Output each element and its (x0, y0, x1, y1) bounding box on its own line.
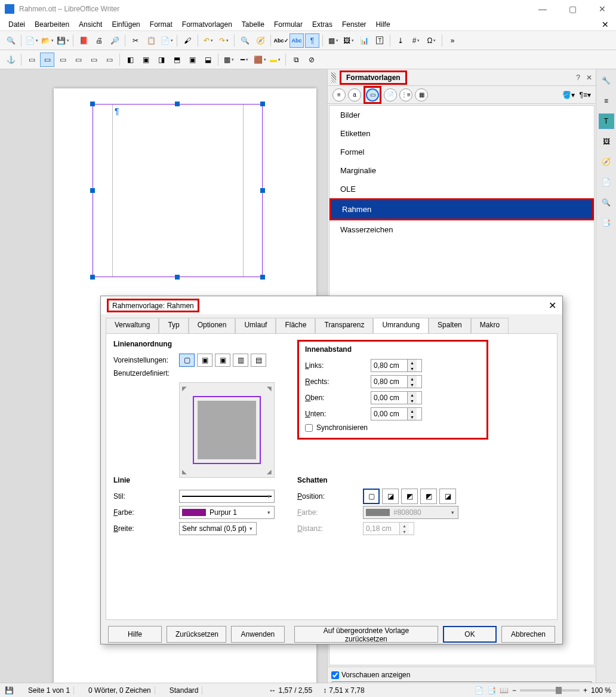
page-styles-icon[interactable]: 📄 (384, 88, 397, 102)
preset-box-icon[interactable]: ▣ (197, 354, 212, 367)
close-button[interactable]: ✕ (593, 4, 611, 14)
symbol-icon[interactable]: Ω (424, 33, 439, 48)
links-spinner[interactable]: ▲▼ (371, 359, 422, 372)
style-bilder[interactable]: Bilder (329, 106, 594, 124)
border-icon[interactable]: ▦ (221, 53, 236, 67)
rechts-spinner[interactable]: ▲▼ (371, 375, 422, 388)
maximize-button[interactable]: ▢ (563, 4, 581, 14)
unlink-frames-icon[interactable]: ⊘ (304, 53, 319, 67)
menu-einfuegen[interactable]: Einfügen (107, 19, 144, 30)
sidebar-close-icon[interactable]: ✕ (586, 73, 592, 82)
style-etiketten[interactable]: Etiketten (329, 124, 594, 143)
menu-format[interactable]: Format (145, 19, 177, 30)
wrap-off-icon[interactable]: ▭ (24, 53, 39, 67)
border-color-icon[interactable]: 🟫 (252, 53, 267, 67)
chart-icon[interactable]: 📊 (357, 33, 371, 48)
tab-transparenz[interactable]: Transparenz (315, 318, 373, 333)
frame-styles-icon[interactable]: ▭ (366, 88, 379, 102)
unten-spinner[interactable]: ▲▼ (371, 407, 422, 420)
tab-makro[interactable]: Makro (471, 318, 509, 333)
menu-tabelle[interactable]: Tabelle (237, 19, 269, 30)
shadow-bl-icon[interactable]: ◩ (420, 489, 437, 504)
undo-icon[interactable]: ↶ (201, 33, 215, 48)
style-ole[interactable]: OLE (329, 180, 594, 198)
wrap-optimal-icon[interactable]: ▭ (56, 53, 70, 67)
preset-none-icon[interactable]: ▢ (179, 354, 195, 367)
wrap-left-icon[interactable]: ▭ (71, 53, 85, 67)
view-book-icon[interactable]: 📖 (500, 686, 509, 695)
textbox-icon[interactable]: 🅃 (372, 33, 387, 48)
deck-page-icon[interactable]: 📄 (599, 174, 614, 190)
farbe-combo[interactable]: Purpur 1 (179, 506, 275, 519)
handle-bl[interactable] (90, 275, 95, 280)
tab-umrandung[interactable]: Umrandung (373, 318, 429, 333)
align-center-h-icon[interactable]: ▣ (138, 53, 153, 67)
selected-frame[interactable] (93, 104, 263, 277)
link-frames-icon[interactable]: ⧉ (289, 53, 303, 67)
stil-combo[interactable] (179, 490, 275, 503)
wrap-through-icon[interactable]: ▭ (102, 53, 116, 67)
menu-datei[interactable]: Datei (4, 19, 30, 30)
menu-formatvorlagen[interactable]: Formatvorlagen (177, 19, 237, 30)
shadow-none-icon[interactable]: ▢ (363, 489, 380, 504)
open-icon[interactable]: 📂 (40, 33, 54, 48)
align-top-icon[interactable]: ⬒ (170, 53, 184, 67)
ok-button[interactable]: OK (443, 626, 497, 643)
menu-formular[interactable]: Formular (269, 19, 307, 30)
tab-flaeche[interactable]: Fläche (276, 318, 315, 333)
word-count[interactable]: 0 Wörter, 0 Zeichen (85, 686, 155, 695)
anwenden-button[interactable]: Anwenden (231, 626, 285, 643)
border-style-icon[interactable]: ━ (237, 53, 251, 67)
menu-ansicht[interactable]: Ansicht (74, 19, 107, 30)
deck-properties-icon[interactable]: ≡ (599, 93, 614, 109)
autospellcheck-icon[interactable]: Abc (289, 33, 304, 48)
align-left-icon[interactable]: ◧ (123, 53, 137, 67)
oben-spinner[interactable]: ▲▼ (371, 391, 422, 404)
paintbrush-icon[interactable]: 🖌 (180, 33, 195, 48)
deck-inspector-icon[interactable]: 🔍 (599, 195, 614, 210)
menu-fenster[interactable]: Fenster (337, 19, 371, 30)
preset-shadow-icon[interactable]: ▣ (215, 354, 230, 367)
new-doc-icon[interactable]: 📄 (24, 33, 39, 48)
dialog-close-icon[interactable]: ✕ (549, 300, 556, 311)
menu-extras[interactable]: Extras (307, 19, 337, 30)
anchor-icon[interactable]: ⚓ (4, 53, 18, 67)
cut-icon[interactable]: ✂ (128, 33, 143, 48)
table-styles-icon[interactable]: ▦ (415, 88, 428, 102)
page-style-status[interactable]: Standard (166, 686, 203, 695)
preset-lr-icon[interactable]: ▥ (233, 354, 248, 367)
style-wasserzeichen[interactable]: Wasserzeichen (329, 220, 594, 239)
style-marginalie[interactable]: Marginalie (329, 161, 594, 180)
handle-ml[interactable] (90, 188, 95, 193)
paragraph-styles-icon[interactable]: ≡ (332, 88, 346, 102)
tab-typ[interactable]: Typ (159, 318, 188, 333)
table-insert-icon[interactable]: ▦ (326, 33, 340, 48)
align-center-v-icon[interactable]: ▣ (185, 53, 199, 67)
sync-checkbox[interactable]: Synchronisieren (305, 423, 481, 432)
shadow-tr-icon[interactable]: ◩ (401, 489, 418, 504)
close-doc-button[interactable]: ✕ (598, 20, 612, 29)
new-style-icon[interactable]: ¶≡▾ (580, 91, 591, 99)
paste-icon[interactable]: 📄 (159, 33, 174, 48)
wrap-right-icon[interactable]: ▭ (87, 53, 101, 67)
page-status[interactable]: Seite 1 von 1 (24, 686, 74, 695)
align-right-icon[interactable]: ◨ (154, 53, 168, 67)
zoom-value[interactable]: 100 % (591, 686, 611, 695)
handle-tl[interactable] (90, 102, 95, 106)
page-break-icon[interactable]: ⤓ (393, 33, 408, 48)
style-rahmen[interactable]: Rahmen (331, 200, 592, 219)
print-icon[interactable]: 🖨 (92, 33, 106, 48)
handle-br[interactable] (260, 275, 265, 280)
handle-tm[interactable] (175, 102, 180, 106)
shadow-tl-icon[interactable]: ◪ (439, 489, 456, 504)
menu-hilfe[interactable]: Hilfe (371, 19, 395, 30)
tab-umlauf[interactable]: Umlauf (235, 318, 276, 333)
image-insert-icon[interactable]: 🖼 (341, 33, 356, 48)
redo-icon[interactable]: ↷ (217, 33, 231, 48)
zoom-in-icon[interactable]: + (583, 686, 587, 695)
view-single-icon[interactable]: 📄 (475, 686, 483, 695)
toolbar-overflow-icon[interactable]: » (445, 33, 460, 48)
find-icon[interactable]: 🔍 (238, 33, 252, 48)
handle-tr[interactable] (260, 102, 265, 106)
sidebar-grip-icon[interactable] (331, 72, 336, 83)
